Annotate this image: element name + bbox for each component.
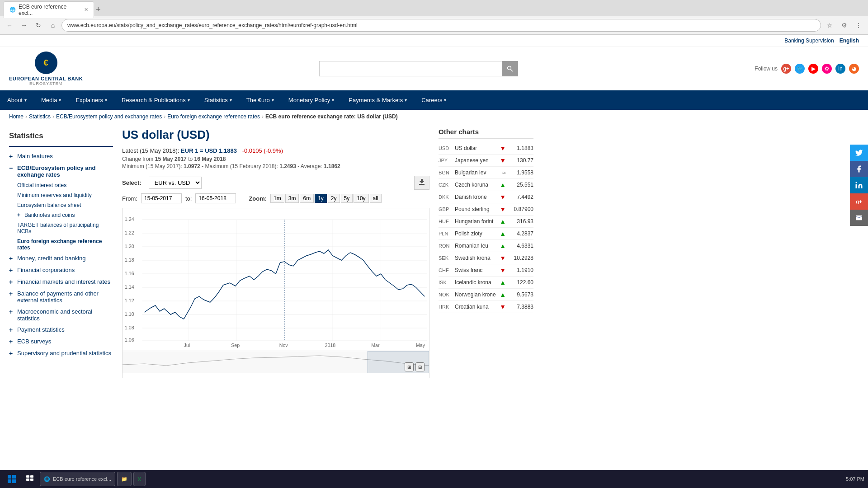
main-chart-svg: 1.24 1.22 1.20 1.18 1.16 1.14 1.12 1.10 …: [123, 213, 429, 348]
back-btn[interactable]: ←: [4, 19, 15, 31]
reload-btn[interactable]: ↻: [33, 19, 44, 31]
currency-code: GBP: [439, 206, 452, 212]
social-googleplus-btn[interactable]: g+: [850, 193, 868, 210]
nav-media-arrow: ▾: [59, 98, 61, 103]
chart-row[interactable]: GBP Pound sterling ▼ 0.87900: [439, 203, 533, 216]
zoom-3m[interactable]: 3m: [285, 194, 299, 203]
sidebar-item-money-credit[interactable]: + Money, credit and banking: [9, 253, 113, 264]
home-btn[interactable]: ⌂: [47, 19, 59, 31]
chart-row[interactable]: SEK Swedish krona ▼ 10.2928: [439, 252, 533, 264]
chart-row[interactable]: RON Romanian leu ▲ 4.6331: [439, 240, 533, 252]
sidebar-plus-icon-3: +: [9, 267, 14, 274]
breadcrumb-exchange-rates[interactable]: Euro foreign exchange reference rates: [167, 113, 260, 120]
flickr-social-icon[interactable]: ✿: [822, 64, 832, 74]
linkedin-social-icon[interactable]: in: [835, 64, 845, 74]
svg-text:1.20: 1.20: [125, 244, 134, 249]
nav-explainers[interactable]: Explainers ▾: [68, 90, 114, 110]
zoom-6m[interactable]: 6m: [300, 194, 314, 203]
browser-tab[interactable]: 🌐 ECB euro reference excl... ✕: [4, 1, 94, 18]
zoom-all[interactable]: all: [370, 194, 382, 203]
chart-row[interactable]: PLN Polish zloty ▲ 4.2837: [439, 228, 533, 240]
sidebar-sub-official-rates[interactable]: Official interest rates: [17, 180, 113, 190]
chart-row[interactable]: BGN Bulgarian lev ≈ 1.9558: [439, 167, 533, 179]
sidebar-item-balance-payments[interactable]: + Balance of payments and other external…: [9, 288, 113, 306]
min-val: 1.0972: [184, 163, 200, 169]
google-plus-social-icon[interactable]: g+: [781, 64, 791, 74]
nav-research-arrow: ▾: [188, 98, 190, 103]
nav-about[interactable]: About ▾: [0, 90, 34, 110]
sidebar-plus-icon-9: +: [9, 350, 14, 357]
to-date-input[interactable]: [195, 193, 236, 203]
sidebar-sub-target[interactable]: TARGET balances of participating NCBs: [17, 220, 113, 236]
sidebar-sub-banknotes[interactable]: Banknotes and coins: [24, 210, 75, 220]
new-tab-btn[interactable]: +: [96, 5, 101, 14]
search-button[interactable]: [502, 61, 518, 76]
sidebar-item-supervisory[interactable]: + Supervisory and prudential statistics: [9, 347, 113, 359]
nav-payments[interactable]: Payments & Markets ▾: [341, 90, 414, 110]
language-selector[interactable]: English: [840, 38, 859, 44]
chart-row[interactable]: ISK Icelandic krona ▲ 122.60: [439, 277, 533, 289]
sidebar-item-financial-markets[interactable]: + Financial markets and interest rates: [9, 276, 113, 288]
zoom-10y[interactable]: 10y: [354, 194, 368, 203]
currency-select[interactable]: EUR vs. USD: [149, 177, 202, 189]
logo-area[interactable]: € EUROPEAN CENTRAL BANK EUROSYSTEM: [9, 52, 83, 86]
sidebar-sub-euro-fx[interactable]: Euro foreign exchange reference rates: [17, 236, 113, 253]
nav-monetary[interactable]: Monetary Policy ▾: [281, 90, 341, 110]
breadcrumb-ecb-policy[interactable]: ECB/Eurosystem policy and exchange rates: [56, 113, 162, 120]
sidebar-item-ecb-policy[interactable]: − ECB/Eurosystem policy and exchange rat…: [9, 162, 113, 180]
chart-row[interactable]: CZK Czech koruna ▲ 25.551: [439, 179, 533, 191]
chart-mini-btn-2[interactable]: ⊟: [415, 362, 425, 371]
sidebar-banknotes-plus-icon: +: [17, 212, 23, 218]
nav-about-arrow: ▾: [24, 98, 27, 103]
chart-row[interactable]: HRK Croatian kuna ▼ 7.3883: [439, 301, 533, 313]
sidebar-sub-eurosystem-balance[interactable]: Eurosystem balance sheet: [17, 200, 113, 210]
bookmark-btn[interactable]: ☆: [824, 19, 835, 31]
breadcrumb-sep-4: ›: [262, 113, 264, 120]
nav-statistics[interactable]: Statistics ▾: [197, 90, 239, 110]
social-email-btn[interactable]: [850, 210, 868, 226]
currency-code: DKK: [439, 194, 452, 200]
sidebar: Statistics + Main features − ECB/Eurosys…: [9, 123, 113, 383]
sidebar-item-main-features[interactable]: + Main features: [9, 150, 113, 162]
chart-row[interactable]: DKK Danish krone ▼ 7.4492: [439, 191, 533, 203]
zoom-5y[interactable]: 5y: [341, 194, 353, 203]
chart-row[interactable]: NOK Norwegian krone ▲ 9.5673: [439, 289, 533, 301]
from-date-input[interactable]: [141, 193, 182, 203]
social-linkedin-btn[interactable]: [850, 177, 868, 193]
breadcrumb-home[interactable]: Home: [9, 113, 24, 120]
svg-point-35: [856, 182, 857, 183]
social-facebook-btn[interactable]: [850, 161, 868, 177]
nav-research[interactable]: Research & Publications ▾: [114, 90, 197, 110]
forward-btn[interactable]: →: [18, 19, 30, 31]
search-input[interactable]: [319, 61, 502, 76]
youtube-social-icon[interactable]: ▶: [808, 64, 818, 74]
zoom-2y[interactable]: 2y: [328, 194, 340, 203]
download-btn[interactable]: [414, 176, 429, 190]
rss-social-icon[interactable]: ◕: [849, 64, 859, 74]
sidebar-item-macroeconomic[interactable]: + Macroeconomic and sectoral statistics: [9, 306, 113, 324]
nav-media[interactable]: Media ▾: [34, 90, 68, 110]
chart-row[interactable]: HUF Hungarian forint ▲ 316.93: [439, 216, 533, 228]
nav-careers[interactable]: Careers ▾: [414, 90, 453, 110]
twitter-social-icon[interactable]: 🐦: [795, 64, 805, 74]
extensions-btn[interactable]: ⚙: [838, 19, 850, 31]
banking-supervision-link[interactable]: Banking Supervision: [784, 38, 834, 44]
sidebar-sub-min-reserves[interactable]: Minimum reserves and liquidity: [17, 190, 113, 200]
sidebar-item-financial-corp[interactable]: + Financial corporations: [9, 264, 113, 276]
currency-value: 4.2837: [509, 230, 533, 237]
address-bar[interactable]: [61, 19, 821, 32]
chart-row[interactable]: USD US dollar ▼ 1.1883: [439, 142, 533, 155]
social-twitter-btn[interactable]: [850, 145, 868, 161]
chart-mini-btn-1[interactable]: ⊞: [405, 362, 414, 371]
chart-row[interactable]: CHF Swiss franc ▼ 1.1910: [439, 264, 533, 277]
sidebar-item-ecb-surveys[interactable]: + ECB surveys: [9, 336, 113, 347]
nav-euro[interactable]: The €uro ▾: [239, 90, 281, 110]
change-to-date: 16 May 2018: [194, 156, 226, 162]
zoom-1y[interactable]: 1y: [315, 194, 327, 203]
menu-btn[interactable]: ⋮: [853, 19, 864, 31]
sidebar-item-payment-stats[interactable]: + Payment statistics: [9, 324, 113, 336]
zoom-1m[interactable]: 1m: [270, 194, 284, 203]
breadcrumb-statistics[interactable]: Statistics: [29, 113, 51, 120]
tab-close-btn[interactable]: ✕: [84, 7, 88, 13]
chart-row[interactable]: JPY Japanese yen ▼ 130.77: [439, 155, 533, 167]
